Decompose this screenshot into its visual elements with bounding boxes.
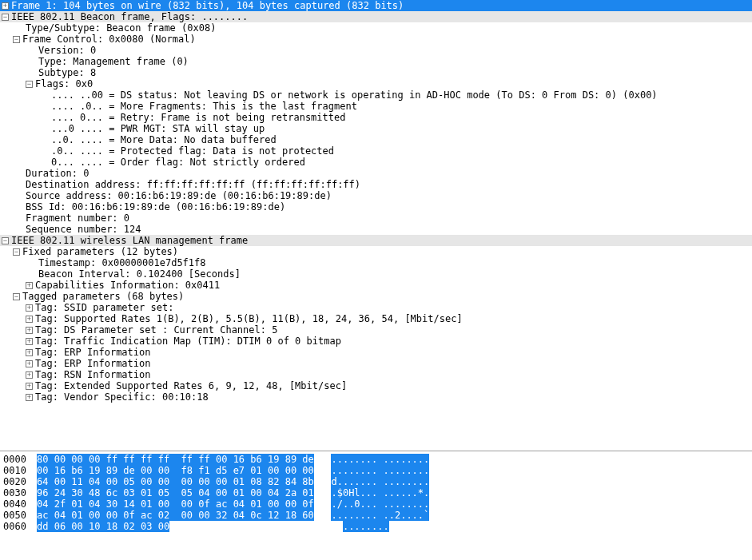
hex-offset: 0000 (3, 454, 37, 465)
bss-id[interactable]: BSS Id: 00:16:b6:19:89:de (00:16:b6:19:8… (0, 201, 752, 212)
hex-ascii[interactable]: ........ ........ (331, 465, 429, 476)
hex-dump-pane[interactable]: 000080 00 00 00 ff ff ff ff ff ff 00 16 … (0, 451, 752, 558)
frame-type[interactable]: Type: Management frame (0) (0, 56, 752, 67)
beacon-interval[interactable]: Beacon Interval: 0.102400 [Seconds] (0, 268, 752, 280)
flags-header[interactable]: Flags: 0x0 (0, 78, 752, 89)
destination-address[interactable]: Destination address: ff:ff:ff:ff:ff:ff (… (0, 179, 752, 190)
flag-retry[interactable]: .... 0... = Retry: Frame is not being re… (0, 112, 752, 123)
timestamp[interactable]: Timestamp: 0x00000001e7d5f1f8 (0, 257, 752, 268)
hex-row: 0060dd 06 00 10 18 02 03 00 ........ (3, 521, 749, 532)
expand-icon[interactable] (26, 338, 33, 345)
flag-protected[interactable]: .0.. .... = Protected flag: Data is not … (0, 145, 752, 157)
collapse-icon[interactable] (2, 237, 9, 244)
hex-offset: 0050 (3, 510, 37, 521)
type-subtype[interactable]: Type/Subtype: Beacon frame (0x08) (0, 22, 752, 34)
tag-rsn-info[interactable]: Tag: RSN Information (0, 369, 752, 380)
hex-row: 001000 16 b6 19 89 de 00 00 f8 f1 d5 e7 … (3, 465, 749, 476)
tagged-parameters[interactable]: Tagged parameters (68 bytes) (0, 291, 752, 302)
hex-offset: 0030 (3, 487, 37, 498)
sequence-number[interactable]: Sequence number: 124 (0, 224, 752, 235)
source-address[interactable]: Source address: 00:16:b6:19:89:de (00:16… (0, 190, 752, 201)
flag-more-fragments[interactable]: .... .0.. = More Fragments: This is the … (0, 101, 752, 112)
hex-offset: 0010 (3, 465, 37, 476)
hex-bytes[interactable]: ac 04 01 00 00 0f ac 02 00 00 32 04 0c 1… (37, 510, 314, 521)
duration[interactable]: Duration: 0 (0, 168, 752, 179)
flag-pwr-mgt[interactable]: ...0 .... = PWR MGT: STA will stay up (0, 123, 752, 134)
collapse-icon[interactable] (13, 248, 20, 256)
fragment-number[interactable]: Fragment number: 0 (0, 212, 752, 224)
beacon-frame-title: IEEE 802.11 Beacon frame, Flags: .......… (11, 11, 248, 22)
hex-bytes[interactable]: dd 06 00 10 18 02 03 00 (37, 521, 169, 532)
tag-erp-info-1[interactable]: Tag: ERP Information (0, 347, 752, 358)
hex-offset: 0060 (3, 521, 37, 532)
hex-row: 0050ac 04 01 00 00 0f ac 02 00 00 32 04 … (3, 510, 749, 521)
tag-erp-info-2[interactable]: Tag: ERP Information (0, 358, 752, 369)
mgmt-frame-header[interactable]: IEEE 802.11 wireless LAN management fram… (0, 235, 752, 246)
collapse-icon[interactable] (13, 36, 20, 43)
hex-offset: 0040 (3, 498, 37, 510)
expand-icon[interactable] (26, 282, 33, 289)
hex-bytes[interactable]: 00 16 b6 19 89 de 00 00 f8 f1 d5 e7 01 0… (37, 465, 314, 476)
hex-ascii[interactable]: d....... ........ (331, 476, 429, 487)
expand-icon[interactable] (2, 2, 9, 10)
flag-ds-status[interactable]: .... ..00 = DS status: Not leaving DS or… (0, 89, 752, 101)
tag-tim[interactable]: Tag: Traffic Indication Map (TIM): DTIM … (0, 336, 752, 347)
flag-more-data[interactable]: ..0. .... = More Data: No data buffered (0, 134, 752, 145)
collapse-icon[interactable] (13, 293, 20, 300)
beacon-frame-header[interactable]: IEEE 802.11 Beacon frame, Flags: .......… (0, 11, 752, 22)
hex-ascii[interactable]: ./..0... ........ (331, 498, 429, 510)
expand-icon[interactable] (26, 394, 33, 401)
capabilities-info[interactable]: Capabilities Information: 0x0411 (0, 280, 752, 291)
collapse-icon[interactable] (26, 81, 33, 88)
expand-icon[interactable] (26, 327, 33, 334)
frame-control[interactable]: Frame Control: 0x0080 (Normal) (0, 34, 752, 45)
flag-order[interactable]: 0... .... = Order flag: Not strictly ord… (0, 157, 752, 168)
tag-extended-rates[interactable]: Tag: Extended Supported Rates 6, 9, 12, … (0, 380, 752, 391)
hex-ascii[interactable]: ........ ..2....` (331, 510, 429, 521)
collapse-icon[interactable] (2, 14, 9, 21)
frame-summary-text: Frame 1: 104 bytes on wire (832 bits), 1… (11, 0, 404, 11)
expand-icon[interactable] (26, 316, 33, 323)
tag-supported-rates[interactable]: Tag: Supported Rates 1(B), 2(B), 5.5(B),… (0, 313, 752, 324)
hex-bytes[interactable]: 04 2f 01 04 30 14 01 00 00 0f ac 04 01 0… (37, 498, 314, 510)
frame-version[interactable]: Version: 0 (0, 45, 752, 56)
expand-icon[interactable] (26, 304, 33, 312)
hex-ascii[interactable]: .$0Hl... ......*. (331, 487, 429, 498)
hex-bytes[interactable]: 96 24 30 48 6c 03 01 05 05 04 00 01 00 0… (37, 487, 314, 498)
frame-summary[interactable]: Frame 1: 104 bytes on wire (832 bits), 1… (0, 0, 752, 11)
hex-bytes[interactable]: 64 00 11 04 00 05 00 00 00 00 00 01 08 8… (37, 476, 314, 487)
packet-details-pane[interactable]: Frame 1: 104 bytes on wire (832 bits), 1… (0, 0, 752, 451)
hex-ascii[interactable]: ........ ........ (331, 454, 429, 465)
hex-ascii[interactable]: ........ (343, 521, 389, 532)
tag-ds-parameter[interactable]: Tag: DS Parameter set : Current Channel:… (0, 324, 752, 336)
expand-icon[interactable] (26, 383, 33, 390)
frame-subtype[interactable]: Subtype: 8 (0, 67, 752, 78)
expand-icon[interactable] (26, 360, 33, 367)
hex-row: 002064 00 11 04 00 05 00 00 00 00 00 01 … (3, 476, 749, 487)
hex-bytes[interactable]: 80 00 00 00 ff ff ff ff ff ff 00 16 b6 1… (37, 454, 314, 465)
expand-icon[interactable] (26, 371, 33, 379)
hex-row: 003096 24 30 48 6c 03 01 05 05 04 00 01 … (3, 487, 749, 498)
tag-ssid[interactable]: Tag: SSID parameter set: (0, 302, 752, 313)
expand-icon[interactable] (26, 349, 33, 356)
hex-row: 004004 2f 01 04 30 14 01 00 00 0f ac 04 … (3, 498, 749, 510)
fixed-parameters[interactable]: Fixed parameters (12 bytes) (0, 246, 752, 257)
hex-offset: 0020 (3, 476, 37, 487)
tag-vendor-specific[interactable]: Tag: Vendor Specific: 00:10:18 (0, 391, 752, 403)
hex-row: 000080 00 00 00 ff ff ff ff ff ff 00 16 … (3, 454, 749, 465)
